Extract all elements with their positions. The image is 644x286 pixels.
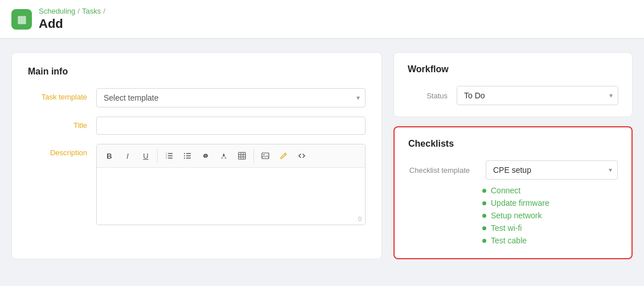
checklist-item-connect: Connect: [482, 184, 618, 197]
code-button[interactable]: [294, 148, 310, 164]
right-column: Workflow Status To Do ▾ Checklists Check…: [393, 52, 633, 259]
main-info-panel: Main info Task template Select template …: [11, 52, 382, 259]
svg-point-9: [184, 153, 185, 154]
title-input[interactable]: [96, 117, 366, 135]
app-icon: ▦: [11, 9, 32, 30]
checklist-item-test-wifi: Test wi-fi: [482, 222, 618, 234]
top-header: ▦ Scheduling / Tasks / Add: [0, 0, 644, 39]
checklist-item-test-cable: Test cable: [482, 234, 618, 247]
breadcrumb-scheduling[interactable]: Scheduling: [39, 7, 75, 15]
description-editor-body[interactable]: 0: [97, 168, 365, 225]
breadcrumb: Scheduling / Tasks /: [39, 7, 105, 15]
main-info-title: Main info: [28, 67, 366, 77]
svg-rect-17: [262, 153, 269, 159]
checklist-template-select[interactable]: CPE setup: [486, 160, 618, 180]
status-row: Status To Do ▾: [408, 86, 618, 105]
main-content: Main info Task template Select template …: [0, 39, 644, 273]
checklist-item-setup-network: Setup network: [482, 209, 618, 222]
status-select-wrapper: To Do ▾: [457, 86, 618, 105]
checklist-item-update-firmware-text: Update firmware: [491, 198, 549, 208]
checklist-item-connect-text: Connect: [491, 186, 520, 195]
checklist-bullet-test-cable: [482, 239, 486, 243]
workflow-title: Workflow: [408, 64, 618, 74]
editor-counter: 0: [358, 215, 362, 222]
checklist-bullet-connect: [482, 189, 486, 193]
task-template-label: Task template: [28, 88, 96, 101]
svg-rect-12: [239, 152, 245, 159]
description-row: Description B I U 1.: [28, 144, 366, 225]
checklist-bullet-update-firmware: [482, 201, 486, 205]
svg-line-19: [284, 154, 285, 155]
workflow-panel: Workflow Status To Do ▾: [393, 52, 633, 117]
description-label: Description: [28, 144, 96, 157]
svg-point-18: [264, 154, 265, 155]
ordered-list-button[interactable]: 1. 2. 3.: [161, 148, 177, 164]
checklist-item-test-wifi-text: Test wi-fi: [491, 223, 522, 233]
checklists-panel: Checklists Checklist template CPE setup …: [393, 126, 633, 259]
bold-button[interactable]: B: [101, 148, 117, 164]
color-button[interactable]: [216, 148, 232, 164]
unordered-list-button[interactable]: [179, 148, 195, 164]
checklist-template-select-wrapper: CPE setup ▾: [486, 160, 618, 180]
checklist-item-test-cable-text: Test cable: [491, 236, 527, 245]
checklist-template-row: Checklist template CPE setup ▾: [408, 160, 618, 180]
checklist-items-list: Connect Update firmware Setup network Te…: [408, 184, 618, 247]
task-template-wrap: Select template ▾: [96, 88, 366, 107]
task-template-select-wrapper: Select template ▾: [96, 88, 366, 107]
underline-button[interactable]: U: [138, 148, 154, 164]
page-title: Add: [39, 16, 105, 31]
description-editor: B I U 1. 2. 3.: [96, 144, 366, 225]
svg-text:3.: 3.: [166, 157, 167, 159]
checklist-item-setup-network-text: Setup network: [491, 211, 542, 220]
link-button[interactable]: [198, 148, 214, 164]
checklist-bullet-setup-network: [482, 214, 486, 218]
header-content: Scheduling / Tasks / Add: [39, 7, 105, 31]
brush-button[interactable]: [276, 148, 292, 164]
checklist-bullet-test-wifi: [482, 226, 486, 230]
status-select[interactable]: To Do: [457, 86, 618, 105]
italic-button[interactable]: I: [120, 148, 136, 164]
checklist-template-label: Checklist template: [408, 166, 477, 175]
checklists-title: Checklists: [408, 139, 618, 149]
task-template-row: Task template Select template ▾: [28, 88, 366, 107]
title-label: Title: [28, 117, 96, 130]
editor-toolbar: B I U 1. 2. 3.: [97, 144, 365, 168]
breadcrumb-sep-1: /: [77, 7, 80, 15]
description-wrap: B I U 1. 2. 3.: [96, 144, 366, 225]
checklist-item-update-firmware: Update firmware: [482, 197, 618, 209]
title-wrap: [96, 117, 366, 135]
breadcrumb-tasks[interactable]: Tasks: [82, 7, 101, 15]
toolbar-divider-1: [157, 149, 158, 163]
svg-point-11: [184, 157, 185, 159]
task-template-select[interactable]: Select template: [96, 88, 366, 107]
table-button[interactable]: [234, 148, 250, 164]
title-row: Title: [28, 117, 366, 135]
image-button[interactable]: [257, 148, 273, 164]
svg-point-10: [184, 155, 185, 156]
status-label: Status: [408, 92, 448, 100]
toolbar-divider-2: [253, 149, 254, 163]
breadcrumb-sep-2: /: [103, 7, 105, 15]
